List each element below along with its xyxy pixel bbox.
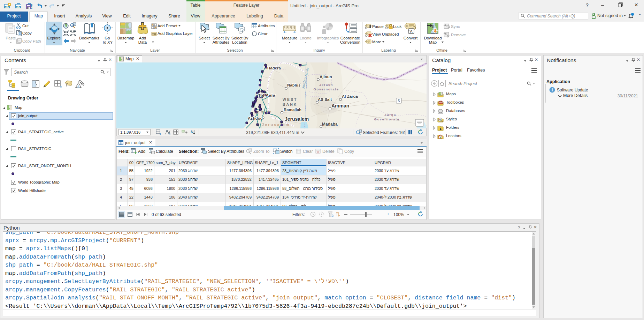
- svg-text:AS Salt: AS Salt: [318, 97, 332, 102]
- svg-text:WEST: WEST: [283, 97, 297, 102]
- svg-text:Zarqa: Zarqa: [384, 113, 396, 117]
- svg-text:Ramallah: Ramallah: [284, 107, 301, 112]
- svg-text:BANK: BANK: [283, 102, 297, 106]
- svg-text:Ajloun: Ajloun: [320, 75, 332, 79]
- svg-text:Jerusalem: Jerusalem: [262, 122, 290, 127]
- svg-text:A: A: [410, 29, 413, 34]
- svg-text:Jerusalem: Jerusalem: [285, 116, 309, 122]
- svg-text:Madaba: Madaba: [322, 122, 338, 127]
- svg-text:Jerash: Jerash: [319, 83, 333, 87]
- svg-text:Nablus: Nablus: [287, 83, 300, 87]
- svg-text:N: N: [191, 130, 193, 134]
- svg-text:Governorate: Governorate: [314, 87, 339, 91]
- svg-text:Hadera: Hadera: [267, 66, 281, 70]
- svg-text:Governorate: Governorate: [374, 117, 400, 121]
- svg-text:Al Zarqa: Al Zarqa: [342, 94, 358, 98]
- svg-text:Amman: Amman: [331, 103, 349, 109]
- svg-text:Ashdod: Ashdod: [248, 116, 263, 120]
- svg-text:Center: Center: [254, 110, 272, 114]
- svg-text:Tel Aviv: Tel Aviv: [258, 93, 275, 98]
- svg-text:5: 5: [398, 99, 400, 103]
